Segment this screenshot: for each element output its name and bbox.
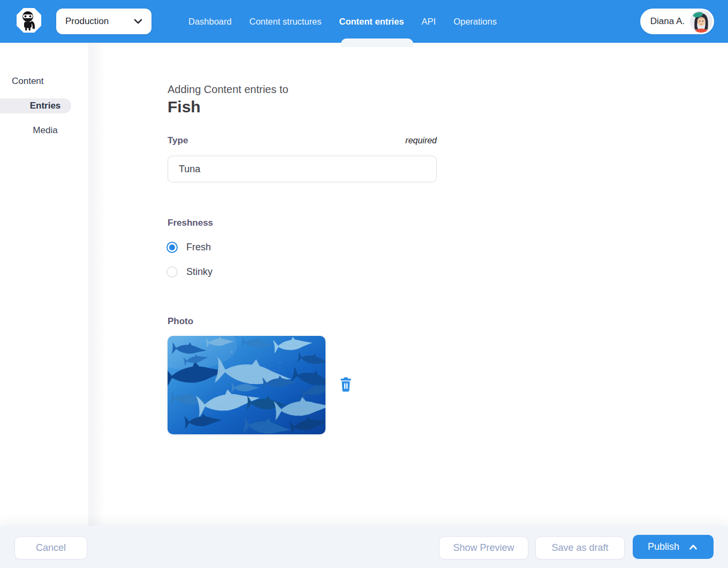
page-title: Fish (168, 98, 201, 116)
main-nav: Dashboard Content structures Content ent… (188, 0, 497, 43)
nav-item-api[interactable]: API (422, 17, 436, 27)
sidebar-item-media[interactable]: Media (0, 123, 71, 138)
cancel-button[interactable]: Cancel (14, 536, 87, 559)
required-badge: required (405, 136, 437, 145)
type-field-header: Type required (168, 135, 437, 146)
publish-button[interactable]: Publish (633, 535, 714, 559)
environment-selector[interactable]: Production (56, 9, 151, 34)
sidebar-section-content[interactable]: Content (12, 76, 44, 87)
show-preview-button[interactable]: Show Preview (439, 536, 528, 559)
nav-item-dashboard[interactable]: Dashboard (188, 17, 232, 27)
chevron-up-icon (688, 542, 699, 552)
delete-photo-button[interactable] (338, 377, 353, 393)
woman-with-beret-avatar-icon (690, 10, 712, 33)
type-input[interactable] (168, 156, 437, 182)
user-avatar (690, 10, 712, 33)
tuna-school-photo (168, 336, 325, 434)
freshness-field-label: Freshness (168, 218, 213, 228)
radio-label-fresh: Fresh (186, 242, 211, 253)
type-field-label: Type (168, 135, 188, 146)
photo-field-label: Photo (168, 316, 193, 327)
radio-option-fresh[interactable]: Fresh (166, 242, 211, 253)
radio-selected-icon[interactable] (166, 242, 178, 253)
user-name: Diana A. (650, 16, 685, 27)
radio-option-stinky[interactable]: Stinky (166, 266, 213, 278)
app-window: Production Dashboard Content structures … (0, 0, 728, 568)
sidebar: Content Entries Media (0, 43, 89, 526)
page-subtitle: Adding Content entries to (168, 83, 289, 96)
ninja-logo-icon (16, 7, 42, 33)
top-header-bar: Production Dashboard Content structures … (0, 0, 728, 43)
publish-button-label: Publish (648, 541, 679, 552)
main-content: Adding Content entries to Fish Type requ… (89, 43, 728, 526)
chevron-down-icon (132, 16, 144, 27)
environment-selected-label: Production (65, 16, 109, 27)
active-nav-tab-indicator (341, 39, 413, 47)
radio-unselected-icon[interactable] (166, 266, 178, 278)
photo-thumbnail[interactable] (168, 336, 325, 434)
radio-dot (169, 244, 175, 250)
save-as-draft-button[interactable]: Save as draft (535, 536, 625, 559)
trash-icon (339, 377, 352, 392)
radio-label-stinky: Stinky (186, 266, 213, 278)
nav-item-operations[interactable]: Operations (453, 17, 497, 27)
nav-item-content-entries[interactable]: Content entries (339, 17, 404, 27)
ninja-logo[interactable] (16, 7, 42, 33)
action-footer-bar: Cancel Show Preview Save as draft Publis… (0, 526, 728, 568)
sidebar-item-entries[interactable]: Entries (0, 98, 71, 113)
user-menu[interactable]: Diana A. (640, 9, 714, 34)
nav-item-content-structures[interactable]: Content structures (249, 17, 322, 27)
